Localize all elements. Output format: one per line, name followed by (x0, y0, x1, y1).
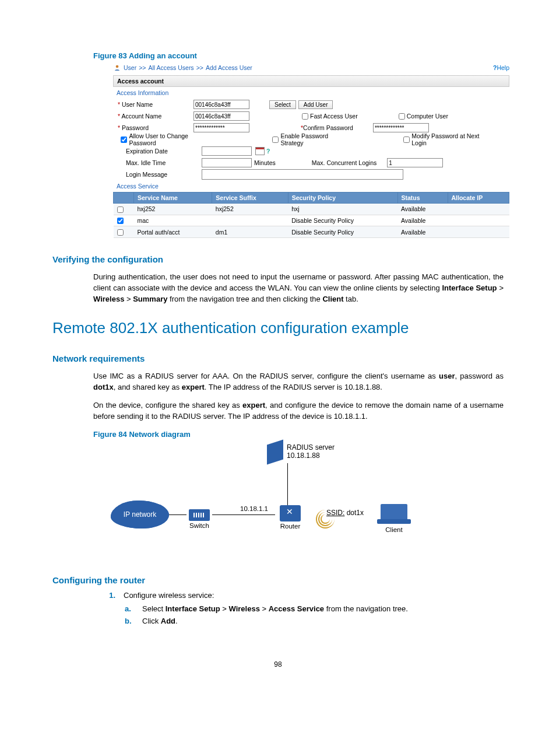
maxidle-label: Max. Idle Time (113, 159, 202, 166)
breadcrumb-l1[interactable]: User (124, 64, 136, 71)
maxconc-label: Max. Concurrent Logins (312, 159, 376, 166)
cell-suffix (212, 215, 288, 226)
radius-label-2: 10.18.1.88 (287, 452, 320, 460)
table-header-row: Service Name Service Suffix Security Pol… (114, 192, 509, 204)
select-button[interactable]: Select (269, 100, 296, 109)
enable-strategy-checkbox[interactable]: Enable Password Strategy (272, 132, 349, 146)
breadcrumb-sep: >> (139, 64, 146, 71)
col-allocate-ip: Allocate IP (448, 192, 509, 204)
confirm-label: Confirm Password (303, 124, 353, 131)
heading-remote-8021x: Remote 802.1X authentication configurati… (52, 319, 504, 337)
col-service-name: Service Name (134, 192, 212, 204)
router-node: Router (275, 505, 305, 530)
allow-change-checkbox[interactable]: Allow User to Change Password (121, 132, 212, 146)
cell-name: Portal auth/acct (134, 226, 212, 238)
row-checkbox[interactable] (117, 229, 124, 236)
step-marker: 1. (104, 591, 115, 600)
user-icon (113, 64, 121, 72)
cell-suffix: dm1 (212, 226, 288, 238)
laptop-icon (381, 504, 407, 520)
cell-name: mac (134, 215, 212, 226)
step-1a: a.Select Interface Setup > Wireless > Ac… (125, 604, 504, 613)
radius-label-1: RADIUS server (287, 443, 335, 452)
ssid-label: SSID: dot1x (326, 509, 364, 517)
username-input[interactable] (193, 100, 249, 109)
server-icon (267, 440, 283, 465)
link-line (168, 514, 186, 515)
ip-network-icon: IP network (111, 501, 169, 528)
col-suffix: Service Suffix (212, 192, 288, 204)
password-label: * Password (113, 124, 193, 131)
cell-policy: Disable Security Policy (288, 226, 397, 238)
step-1: 1.Configure wireless service: (104, 591, 504, 600)
figure-caption-84: Figure 84 Network diagram (93, 430, 504, 439)
loginmsg-input[interactable] (202, 169, 403, 180)
router-label: Router (275, 523, 305, 530)
breadcrumb-row: User >> All Access Users >> Add Access U… (113, 64, 509, 72)
client-label: Client (376, 526, 411, 533)
cell-policy: hxj (288, 204, 397, 215)
fast-user-checkbox[interactable]: Fast Access User (302, 113, 358, 120)
cell-ip (448, 215, 509, 226)
breadcrumb-l2[interactable]: All Access Users (148, 64, 193, 71)
help-icon[interactable]: ? (266, 148, 270, 155)
add-user-button[interactable]: Add User (298, 100, 333, 109)
cell-ip (448, 226, 509, 238)
substeps-list: a.Select Interface Setup > Wireless > Ac… (125, 604, 504, 625)
accountname-label: * Account Name (113, 113, 193, 120)
row-checkbox[interactable] (117, 206, 124, 213)
substep-marker: b. (125, 617, 135, 625)
breadcrumb: User >> All Access Users >> Add Access U… (113, 64, 252, 72)
para-net-1: Use IMC as a RADIUS server for AAA. On t… (93, 371, 504, 393)
steps-list: 1.Configure wireless service: (104, 591, 504, 600)
loginmsg-label: Login Message (113, 171, 202, 178)
heading-verifying: Verifying the configuration (52, 254, 504, 264)
maxconc-input[interactable] (387, 158, 443, 167)
col-policy: Security Policy (288, 192, 397, 204)
figure-caption-83: Figure 83 Adding an account (93, 51, 504, 60)
password-input[interactable] (193, 123, 249, 132)
table-row: Portal auth/acct dm1 Disable Security Po… (114, 226, 509, 238)
svg-point-0 (116, 65, 119, 68)
breadcrumb-l3: Add Access User (206, 64, 252, 71)
switch-label: Switch (185, 522, 213, 529)
link-line (287, 463, 288, 505)
switch-node: Switch (185, 509, 213, 529)
switch-icon (189, 509, 210, 521)
maxidle-input[interactable] (202, 158, 252, 167)
network-diagram: IP network Switch 10.18.1.1 Router RADIU… (111, 442, 437, 559)
access-form: * User Name Select Add User * Account Na… (113, 99, 509, 180)
page-number: 98 (52, 660, 504, 668)
calendar-icon[interactable] (255, 147, 265, 155)
panel-title: Access account (113, 75, 509, 87)
heading-network-req: Network requirements (52, 354, 504, 363)
section-access-service: Access Service (113, 180, 509, 192)
link-line (212, 514, 275, 515)
router-icon (280, 505, 301, 522)
cell-ip (448, 204, 509, 215)
para-verify: During authentication, the user does not… (93, 272, 504, 305)
substep-marker: a. (125, 604, 135, 613)
cell-status: Available (397, 204, 448, 215)
table-row: hxj252 hxj252 hxj Available (114, 204, 509, 215)
cell-status: Available (397, 226, 448, 238)
help-link[interactable]: ?Help (493, 64, 509, 71)
radius-node: RADIUS server10.18.1.88 (267, 442, 283, 464)
step-1b: b.Click Add. (125, 617, 504, 625)
cell-name: hxj252 (134, 204, 212, 215)
client-node: Client (376, 504, 411, 533)
router-ip-label: 10.18.1.1 (240, 505, 268, 512)
expiration-input[interactable] (202, 146, 252, 156)
modify-next-checkbox[interactable]: Modify Password at Next Login (403, 132, 492, 146)
computer-user-checkbox[interactable]: Computer User (399, 113, 448, 120)
expiration-label: Expiration Date (113, 148, 202, 155)
col-status: Status (397, 192, 448, 204)
heading-config-router: Configuring the router (52, 575, 504, 585)
cell-policy: Disable Security Policy (288, 215, 397, 226)
username-label: * User Name (113, 101, 193, 108)
accountname-input[interactable] (193, 111, 249, 121)
row-checkbox[interactable] (117, 218, 124, 224)
section-access-info: Access Information (113, 87, 509, 99)
confirm-input[interactable] (373, 123, 429, 132)
cell-status: Available (397, 215, 448, 226)
